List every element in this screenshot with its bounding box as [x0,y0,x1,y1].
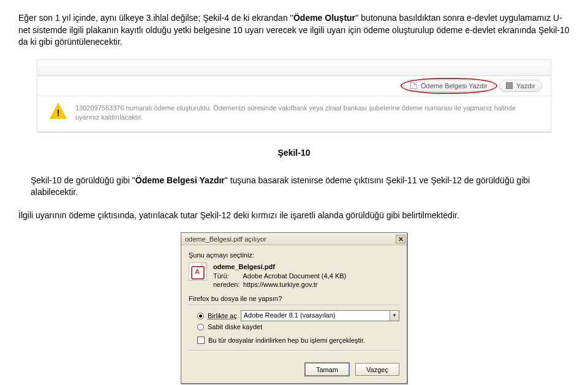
paragraph-2: Şekil-10 de görüldüğü gibi "Ödeme Belges… [31,175,570,199]
caption-sekil-10: Şekil-10 [18,148,570,158]
print-button[interactable]: Yazdır [499,80,542,92]
paragraph-1: Eğer son 1 yıl içinde, aynı ülkeye 3.ihl… [18,12,570,48]
close-icon[interactable]: ✕ [396,235,405,243]
print-receipt-button[interactable]: Ödeme Belgesi Yazdır [404,80,494,92]
file-info: odeme_Belgesi.pdf Türü: Adobe Acrobat Do… [213,262,346,289]
text: Şekil-10 de görüldüğü gibi " [31,175,135,185]
warning-text: 1302097563376 numaralı ödeme oluşturuldu… [75,102,538,123]
label-from: nereden: [213,280,241,289]
value-type: Adobe Acrobat Document (4,4 KB) [243,272,346,280]
cancel-button[interactable]: Vazgeç [355,363,399,376]
action-row: Ödeme Belgesi Yazdır Yazdır [37,76,551,96]
radio-icon[interactable] [197,324,204,330]
document-icon [410,82,417,89]
option-label: Bu tür dosyalar indirilirken hep bu işle… [208,337,365,344]
paragraph-3: İlgili uyarının ödeme çıktısında, yatırı… [18,210,570,222]
app-combo[interactable]: Adobe Reader 8.1 (varsayılan) ▼ [241,310,399,321]
combo-value: Adobe Reader 8.1 (varsayılan) [241,311,390,321]
dialog-question: Firefox bu dosya ile ne yapsın? [189,295,399,302]
bold-term: Ödeme Belgesi Yazdır [135,175,225,185]
radio-selected-icon[interactable] [197,313,204,319]
divider [37,131,551,132]
chevron-down-icon[interactable]: ▼ [390,311,399,321]
bold-term: Ödeme Oluştur [293,13,355,23]
printer-icon [506,82,513,89]
text: Eğer son 1 yıl içinde, aynı ülkeye 3.ihl… [18,13,293,23]
divider [189,350,399,351]
tabs-bar [37,60,551,76]
divider [189,305,399,305]
dialog-titlebar: odeme_Belgesi.pdf açılıyor ✕ [181,233,407,245]
checkbox-icon[interactable] [197,337,205,344]
pdf-icon: A [189,262,207,281]
warning-row: ! 1302097563376 numaralı ödeme oluşturul… [37,96,551,131]
button-label: Ödeme Belgesi Yazdır [421,82,488,90]
file-name: odeme_Belgesi.pdf [213,262,346,271]
edevlet-screenshot: Ödeme Belgesi Yazdır Yazdır ! 1302097563… [37,59,551,133]
option-open-with[interactable]: Birlikte aç Adobe Reader 8.1 (varsayılan… [197,310,399,321]
option-save-disk[interactable]: Sabit diske kaydet [197,323,399,330]
option-label: Birlikte aç [208,312,237,319]
button-label: Yazdır [516,82,535,90]
warning-icon: ! [50,102,67,120]
ok-button[interactable]: Tamam [305,363,349,376]
option-label: Sabit diske kaydet [208,323,262,330]
value-from: https://www.turkiye.gov.tr [243,281,317,288]
dialog-prompt: Şunu açmayı seçtiniz: [189,251,399,259]
label-type: Türü: [213,272,241,280]
dialog-title-text: odeme_Belgesi.pdf açılıyor [185,235,266,243]
dialog-buttons: Tamam Vazgeç [181,356,407,383]
option-remember[interactable]: Bu tür dosyalar indirilirken hep bu işle… [197,337,399,344]
download-dialog: odeme_Belgesi.pdf açılıyor ✕ Şunu açmayı… [181,232,407,384]
dialog-body: Şunu açmayı seçtiniz: A odeme_Belgesi.pd… [181,245,407,351]
